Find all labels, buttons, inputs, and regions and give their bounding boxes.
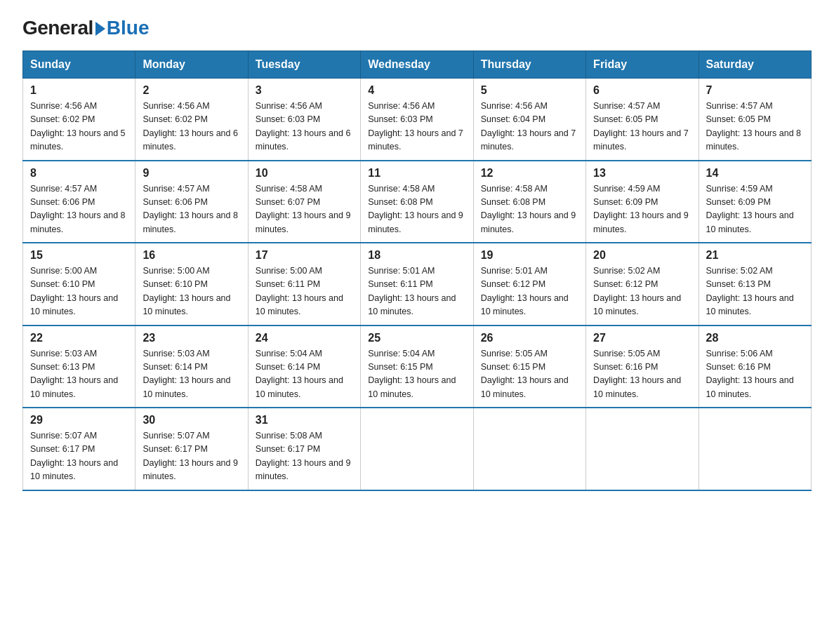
weekday-header-tuesday: Tuesday	[248, 51, 360, 79]
day-info: Sunrise: 5:05 AMSunset: 6:16 PMDaylight:…	[593, 349, 681, 399]
calendar-day-cell: 24Sunrise: 5:04 AMSunset: 6:14 PMDayligh…	[248, 326, 360, 408]
calendar-week-row: 29Sunrise: 5:07 AMSunset: 6:17 PMDayligh…	[23, 408, 812, 490]
day-info: Sunrise: 4:56 AMSunset: 6:04 PMDaylight:…	[481, 101, 576, 152]
day-info: Sunrise: 5:01 AMSunset: 6:11 PMDaylight:…	[368, 266, 456, 316]
day-info: Sunrise: 4:56 AMSunset: 6:02 PMDaylight:…	[143, 101, 238, 152]
calendar-table: SundayMondayTuesdayWednesdayThursdayFrid…	[22, 51, 812, 491]
day-number: 11	[368, 167, 465, 180]
calendar-day-cell: 4Sunrise: 4:56 AMSunset: 6:03 PMDaylight…	[361, 79, 473, 161]
day-number: 31	[256, 414, 353, 427]
weekday-header-row: SundayMondayTuesdayWednesdayThursdayFrid…	[23, 51, 812, 79]
calendar-day-cell: 23Sunrise: 5:03 AMSunset: 6:14 PMDayligh…	[135, 326, 248, 408]
calendar-day-cell: 12Sunrise: 4:58 AMSunset: 6:08 PMDayligh…	[473, 161, 585, 243]
day-number: 12	[481, 167, 578, 180]
day-info: Sunrise: 5:02 AMSunset: 6:13 PMDaylight:…	[706, 266, 794, 316]
weekday-header-wednesday: Wednesday	[361, 51, 473, 79]
day-number: 19	[481, 249, 578, 262]
day-info: Sunrise: 5:07 AMSunset: 6:17 PMDaylight:…	[143, 431, 238, 481]
day-number: 27	[593, 332, 691, 344]
calendar-day-cell: 8Sunrise: 4:57 AMSunset: 6:06 PMDaylight…	[23, 161, 135, 243]
day-info: Sunrise: 5:07 AMSunset: 6:17 PMDaylight:…	[30, 431, 118, 481]
calendar-day-cell: 19Sunrise: 5:01 AMSunset: 6:12 PMDayligh…	[473, 243, 585, 326]
calendar-day-cell: 6Sunrise: 4:57 AMSunset: 6:05 PMDaylight…	[586, 79, 699, 161]
calendar-day-cell: 7Sunrise: 4:57 AMSunset: 6:05 PMDaylight…	[699, 79, 811, 161]
logo: General Blue	[22, 17, 149, 38]
day-info: Sunrise: 5:04 AMSunset: 6:15 PMDaylight:…	[368, 349, 456, 399]
day-number: 3	[256, 84, 353, 97]
empty-cell	[473, 408, 585, 490]
day-number: 8	[30, 167, 128, 180]
empty-cell	[361, 408, 473, 490]
day-info: Sunrise: 5:00 AMSunset: 6:11 PMDaylight:…	[256, 266, 343, 316]
day-number: 10	[256, 167, 353, 180]
calendar-day-cell: 2Sunrise: 4:56 AMSunset: 6:02 PMDaylight…	[135, 79, 248, 161]
calendar-week-row: 15Sunrise: 5:00 AMSunset: 6:10 PMDayligh…	[23, 243, 812, 326]
calendar-day-cell: 28Sunrise: 5:06 AMSunset: 6:16 PMDayligh…	[699, 326, 811, 408]
day-number: 2	[143, 84, 240, 97]
day-info: Sunrise: 5:08 AMSunset: 6:17 PMDaylight:…	[256, 431, 351, 481]
logo-general-text: General	[22, 17, 93, 39]
day-info: Sunrise: 5:04 AMSunset: 6:14 PMDaylight:…	[256, 349, 343, 399]
day-info: Sunrise: 4:57 AMSunset: 6:05 PMDaylight:…	[706, 101, 802, 152]
calendar-day-cell: 1Sunrise: 4:56 AMSunset: 6:02 PMDaylight…	[23, 79, 135, 161]
calendar-week-row: 22Sunrise: 5:03 AMSunset: 6:13 PMDayligh…	[23, 326, 812, 408]
calendar-day-cell: 3Sunrise: 4:56 AMSunset: 6:03 PMDaylight…	[248, 79, 360, 161]
day-number: 21	[706, 249, 804, 262]
empty-cell	[699, 408, 811, 490]
day-info: Sunrise: 4:59 AMSunset: 6:09 PMDaylight:…	[706, 184, 794, 234]
calendar-day-cell: 21Sunrise: 5:02 AMSunset: 6:13 PMDayligh…	[699, 243, 811, 326]
calendar-day-cell: 26Sunrise: 5:05 AMSunset: 6:15 PMDayligh…	[473, 326, 585, 408]
day-number: 5	[481, 84, 578, 97]
day-number: 22	[30, 332, 128, 344]
empty-cell	[586, 408, 699, 490]
calendar-day-cell: 27Sunrise: 5:05 AMSunset: 6:16 PMDayligh…	[586, 326, 699, 408]
weekday-header-sunday: Sunday	[23, 51, 135, 79]
day-info: Sunrise: 4:59 AMSunset: 6:09 PMDaylight:…	[593, 184, 689, 234]
day-info: Sunrise: 5:06 AMSunset: 6:16 PMDaylight:…	[706, 349, 794, 399]
day-number: 29	[30, 414, 128, 427]
calendar-day-cell: 18Sunrise: 5:01 AMSunset: 6:11 PMDayligh…	[361, 243, 473, 326]
day-number: 17	[256, 249, 353, 262]
day-info: Sunrise: 4:57 AMSunset: 6:05 PMDaylight:…	[593, 101, 689, 152]
calendar-day-cell: 10Sunrise: 4:58 AMSunset: 6:07 PMDayligh…	[248, 161, 360, 243]
day-number: 24	[256, 332, 353, 344]
day-info: Sunrise: 5:00 AMSunset: 6:10 PMDaylight:…	[30, 266, 118, 316]
day-number: 13	[593, 167, 691, 180]
day-info: Sunrise: 4:57 AMSunset: 6:06 PMDaylight:…	[143, 184, 238, 234]
page-header: General Blue	[22, 17, 812, 38]
day-info: Sunrise: 5:03 AMSunset: 6:13 PMDaylight:…	[30, 349, 118, 399]
day-number: 30	[143, 414, 240, 427]
calendar-day-cell: 30Sunrise: 5:07 AMSunset: 6:17 PMDayligh…	[135, 408, 248, 490]
day-number: 18	[368, 249, 465, 262]
day-number: 15	[30, 249, 128, 262]
weekday-header-thursday: Thursday	[473, 51, 585, 79]
logo-blue-text: Blue	[107, 17, 150, 39]
calendar-day-cell: 15Sunrise: 5:00 AMSunset: 6:10 PMDayligh…	[23, 243, 135, 326]
day-info: Sunrise: 4:58 AMSunset: 6:07 PMDaylight:…	[256, 184, 351, 234]
logo-triangle-icon	[95, 22, 105, 36]
day-number: 9	[143, 167, 240, 180]
day-number: 25	[368, 332, 465, 344]
day-number: 7	[706, 84, 804, 97]
calendar-day-cell: 17Sunrise: 5:00 AMSunset: 6:11 PMDayligh…	[248, 243, 360, 326]
day-number: 23	[143, 332, 240, 344]
day-info: Sunrise: 5:01 AMSunset: 6:12 PMDaylight:…	[481, 266, 569, 316]
day-number: 14	[706, 167, 804, 180]
day-info: Sunrise: 5:00 AMSunset: 6:10 PMDaylight:…	[143, 266, 230, 316]
calendar-week-row: 1Sunrise: 4:56 AMSunset: 6:02 PMDaylight…	[23, 79, 812, 161]
day-info: Sunrise: 4:56 AMSunset: 6:03 PMDaylight:…	[256, 101, 351, 152]
day-number: 6	[593, 84, 691, 97]
day-info: Sunrise: 4:58 AMSunset: 6:08 PMDaylight:…	[481, 184, 576, 234]
day-info: Sunrise: 5:02 AMSunset: 6:12 PMDaylight:…	[593, 266, 681, 316]
day-number: 16	[143, 249, 240, 262]
calendar-day-cell: 13Sunrise: 4:59 AMSunset: 6:09 PMDayligh…	[586, 161, 699, 243]
calendar-day-cell: 16Sunrise: 5:00 AMSunset: 6:10 PMDayligh…	[135, 243, 248, 326]
day-number: 4	[368, 84, 465, 97]
calendar-day-cell: 25Sunrise: 5:04 AMSunset: 6:15 PMDayligh…	[361, 326, 473, 408]
day-info: Sunrise: 4:57 AMSunset: 6:06 PMDaylight:…	[30, 184, 126, 234]
weekday-header-saturday: Saturday	[699, 51, 811, 79]
day-info: Sunrise: 5:05 AMSunset: 6:15 PMDaylight:…	[481, 349, 569, 399]
day-info: Sunrise: 4:56 AMSunset: 6:02 PMDaylight:…	[30, 101, 126, 152]
day-info: Sunrise: 5:03 AMSunset: 6:14 PMDaylight:…	[143, 349, 230, 399]
weekday-header-monday: Monday	[135, 51, 248, 79]
